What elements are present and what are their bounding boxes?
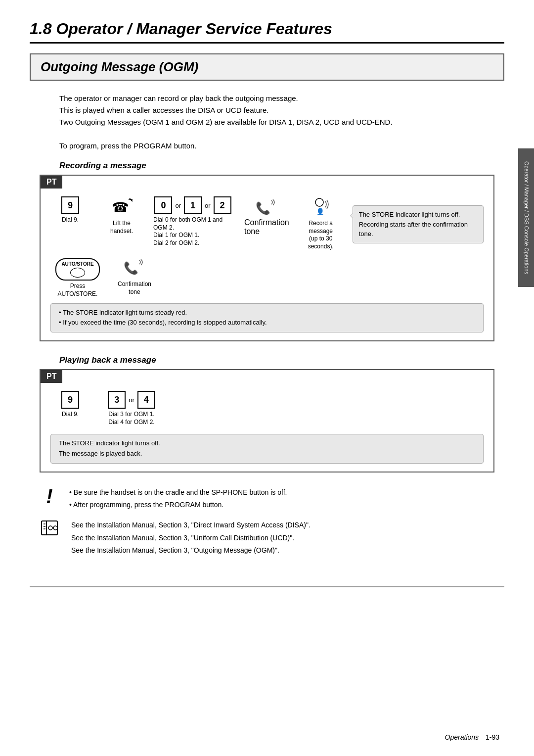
- rec-note-1: • The STORE indicator light turns steady…: [59, 308, 475, 318]
- desc-line-2: This is played when a caller accesses th…: [59, 104, 475, 116]
- step-dial-options: 0 or 1 or 2 Dial 0 for both OGM 1 and OG…: [153, 196, 232, 247]
- record-icon: 👤: [309, 197, 333, 218]
- dial-group: 0 or 1 or 2: [154, 196, 231, 214]
- recording-bottom-notes: • The STORE indicator light turns steady…: [50, 303, 484, 333]
- svg-point-9: [48, 526, 52, 530]
- dial0-box: 0: [154, 196, 172, 214]
- warning-icon: !: [40, 486, 59, 506]
- ref-line-3: See the Installation Manual, Section 3, …: [71, 544, 311, 557]
- arrow-area: 📞 Confirmation tone: [244, 198, 289, 236]
- handset-label: Lift the handset.: [102, 220, 141, 235]
- step-record: 👤 Record a message(up to 30 seconds).: [301, 197, 341, 250]
- auto-store-label: Press AUTO/STORE.: [50, 283, 105, 298]
- svg-rect-7: [42, 521, 57, 535]
- sidebar: Operator / Manager / DSS Console Operati…: [518, 148, 534, 287]
- dial1-box: 1: [184, 196, 202, 214]
- play-dial9-label: Dial 9.: [62, 411, 79, 419]
- ref-line-2: See the Installation Manual, Section 3, …: [71, 532, 311, 544]
- play-dial9: 9 Dial 9.: [50, 391, 90, 419]
- rec-note-2: • If you exceed the time (30 seconds), r…: [59, 318, 475, 328]
- section-heading: Operator / Manager Service Features: [56, 20, 332, 38]
- svg-text:📞: 📞: [124, 261, 138, 275]
- ogm-title: Outgoing Message (OGM): [41, 59, 493, 75]
- conf-tone-icon-1: 📞: [256, 198, 277, 218]
- ref-icon: [40, 519, 61, 540]
- auto-store-box: AUTO/STORE: [55, 258, 99, 281]
- warning-line-2: • After programming, press the PROGRAM b…: [69, 499, 287, 511]
- note-bubble-record: The STORE indicator light turns off. Rec…: [353, 205, 484, 243]
- pt-header-record: PT: [41, 176, 62, 189]
- page-footer: Operations 1-93: [445, 733, 499, 741]
- sidebar-text: Operator / Manager / DSS Console Operati…: [522, 161, 530, 274]
- section-number: 1.8: [30, 20, 51, 38]
- recording-title: Recording a message: [59, 161, 504, 171]
- playback-content: 9 Dial 9. 3 or 4 Dial 3 for OGM 1.Dial 4…: [41, 383, 493, 472]
- svg-point-10: [53, 526, 57, 530]
- play-note-2: The message is played back.: [59, 449, 475, 459]
- footer-divider: [30, 586, 504, 587]
- recording-diagram: PT 9 Dial 9. ☎: [40, 175, 494, 341]
- dial9-label: Dial 9.: [62, 216, 79, 224]
- dial9-box: 9: [61, 196, 79, 214]
- dial3-box: 3: [108, 391, 126, 409]
- play-dial-group: 3 or 4: [108, 391, 155, 409]
- program-instruction: To program, press the PROGRAM button.: [59, 140, 475, 152]
- reference-section: See the Installation Manual, Section 3, …: [30, 519, 504, 557]
- footer-page: 1-93: [486, 733, 499, 741]
- ogm-box: Outgoing Message (OGM): [30, 53, 504, 81]
- desc-line-3: Two Outgoing Messages (OGM 1 and OGM 2) …: [59, 116, 475, 128]
- step-conf-tone-2: 📞 Confirmationtone: [115, 258, 154, 296]
- ref-text: See the Installation Manual, Section 3, …: [71, 519, 311, 557]
- playback-title: Playing back a message: [59, 355, 504, 365]
- record-label: Record a message(up to 30 seconds).: [301, 220, 341, 250]
- conf-tone-icon-2: 📞: [124, 258, 145, 279]
- warning-line-1: • Be sure the handset is on the cradle a…: [69, 486, 287, 499]
- step-auto-store: AUTO/STORE Press AUTO/STORE.: [50, 258, 105, 298]
- playback-bottom-notes: The STORE indicator light turns off. The…: [50, 434, 484, 464]
- pt-header-play: PT: [41, 370, 62, 383]
- conf-tone-label-1: Confirmation tone: [244, 218, 289, 236]
- dial-options-label: Dial 0 for both OGM 1 and OGM 2.Dial 1 f…: [153, 216, 232, 247]
- desc-line-1: The operator or manager can record or pl…: [59, 93, 475, 104]
- step-dial9: 9 Dial 9.: [50, 196, 90, 224]
- description: The operator or manager can record or pl…: [59, 93, 475, 152]
- svg-text:📞: 📞: [256, 201, 270, 215]
- dial4-box: 4: [137, 391, 155, 409]
- play-dial9-box: 9: [61, 391, 79, 409]
- dial2-box: 2: [214, 196, 231, 214]
- section-title: 1.8 Operator / Manager Service Features: [30, 20, 504, 44]
- warning-section: ! • Be sure the handset is on the cradle…: [30, 486, 504, 511]
- playback-diagram: PT 9 Dial 9. 3 or 4 Dial 3 for OGM 1.Dia…: [40, 369, 494, 472]
- ref-line-1: See the Installation Manual, Section 3, …: [71, 519, 311, 531]
- svg-text:☎: ☎: [112, 200, 129, 215]
- conf-tone-label-2: Confirmationtone: [118, 281, 151, 296]
- handset-icon: ☎: [111, 197, 133, 218]
- play-dial-label: Dial 3 for OGM 1.Dial 4 for OGM 2.: [108, 411, 154, 426]
- svg-point-4: [315, 198, 323, 206]
- warning-text: • Be sure the handset is on the cradle a…: [69, 486, 287, 511]
- step-lift-handset: ☎ Lift the handset.: [102, 197, 141, 235]
- recording-content: 9 Dial 9. ☎ Lift the handset.: [41, 189, 493, 340]
- svg-text:👤: 👤: [316, 208, 325, 215]
- play-note-1: The STORE indicator light turns off.: [59, 438, 475, 449]
- play-dial-options: 3 or 4 Dial 3 for OGM 1.Dial 4 for OGM 2…: [102, 391, 161, 426]
- svg-line-1: [130, 198, 133, 201]
- footer-label: Operations: [445, 733, 479, 741]
